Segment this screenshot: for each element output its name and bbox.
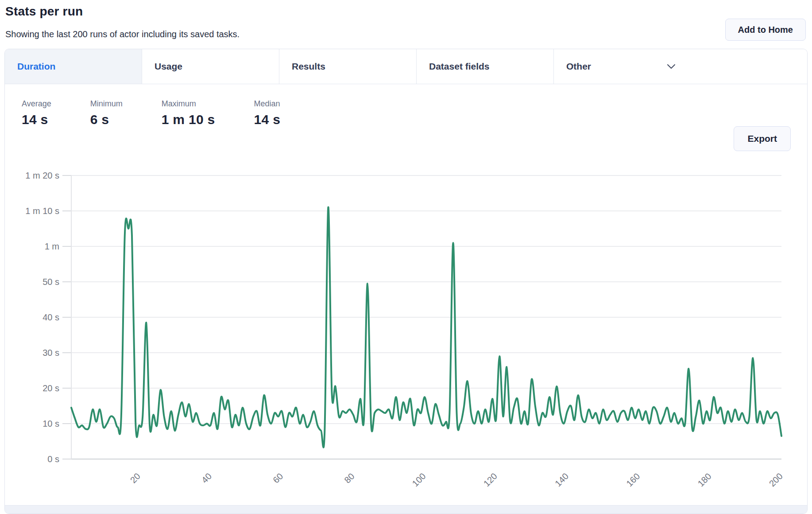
svg-text:100: 100 — [410, 471, 428, 488]
tab-dataset-fields-label: Dataset fields — [429, 61, 490, 72]
page-subtitle: Showing the last 200 runs of actor inclu… — [5, 29, 240, 39]
stat-maximum-label: Maximum — [162, 99, 215, 109]
svg-text:30 s: 30 s — [43, 348, 59, 358]
tab-dataset-fields[interactable]: Dataset fields — [417, 49, 554, 84]
tab-usage[interactable]: Usage — [142, 49, 279, 84]
svg-text:20 s: 20 s — [43, 383, 59, 393]
svg-text:1 m 10 s: 1 m 10 s — [25, 206, 59, 216]
svg-text:0 s: 0 s — [47, 454, 59, 464]
svg-text:1 m 20 s: 1 m 20 s — [25, 171, 59, 180]
svg-text:40: 40 — [200, 471, 213, 485]
stat-median-label: Median — [254, 99, 281, 109]
tab-duration-label: Duration — [17, 61, 55, 72]
tab-other-label: Other — [566, 61, 591, 72]
export-button[interactable]: Export — [734, 126, 791, 151]
svg-text:50 s: 50 s — [43, 277, 59, 287]
tab-usage-label: Usage — [155, 61, 182, 72]
svg-text:10 s: 10 s — [43, 419, 59, 428]
stat-minimum-label: Minimum — [90, 99, 123, 109]
svg-text:120: 120 — [482, 471, 499, 488]
svg-text:1 m: 1 m — [45, 241, 59, 251]
page-title: Stats per run — [5, 4, 83, 19]
stat-maximum: Maximum 1 m 10 s — [162, 99, 215, 127]
stat-median: Median 14 s — [254, 99, 281, 127]
svg-text:80: 80 — [342, 471, 356, 485]
summary-stats: Average 14 s Minimum 6 s Maximum 1 m 10 … — [5, 84, 807, 127]
svg-text:180: 180 — [696, 471, 713, 488]
tab-results-label: Results — [292, 61, 325, 72]
stat-average-value: 14 s — [22, 112, 51, 127]
stat-average: Average 14 s — [22, 99, 51, 127]
stat-median-value: 14 s — [254, 112, 281, 127]
svg-text:160: 160 — [624, 471, 642, 488]
panel-footer — [5, 505, 807, 514]
add-to-home-button[interactable]: Add to Home — [725, 19, 806, 41]
svg-text:20: 20 — [128, 471, 142, 485]
svg-text:60: 60 — [271, 471, 285, 485]
stat-minimum-value: 6 s — [90, 112, 123, 127]
stat-minimum: Minimum 6 s — [90, 99, 123, 127]
stat-maximum-value: 1 m 10 s — [162, 112, 215, 127]
stat-average-label: Average — [22, 99, 51, 109]
svg-text:40 s: 40 s — [43, 312, 59, 322]
duration-line-chart: 0 s10 s20 s30 s40 s50 s1 m1 m 10 s1 m 20… — [5, 151, 807, 501]
tab-duration[interactable]: Duration — [5, 49, 142, 84]
svg-text:200: 200 — [767, 471, 785, 488]
stats-panel: Duration Usage Results Dataset fields Ot… — [4, 49, 808, 514]
chevron-down-icon[interactable] — [665, 61, 677, 72]
tab-other[interactable]: Other — [554, 49, 807, 84]
tab-bar: Duration Usage Results Dataset fields Ot… — [5, 49, 807, 84]
tab-results[interactable]: Results — [279, 49, 417, 84]
svg-text:140: 140 — [553, 471, 570, 488]
